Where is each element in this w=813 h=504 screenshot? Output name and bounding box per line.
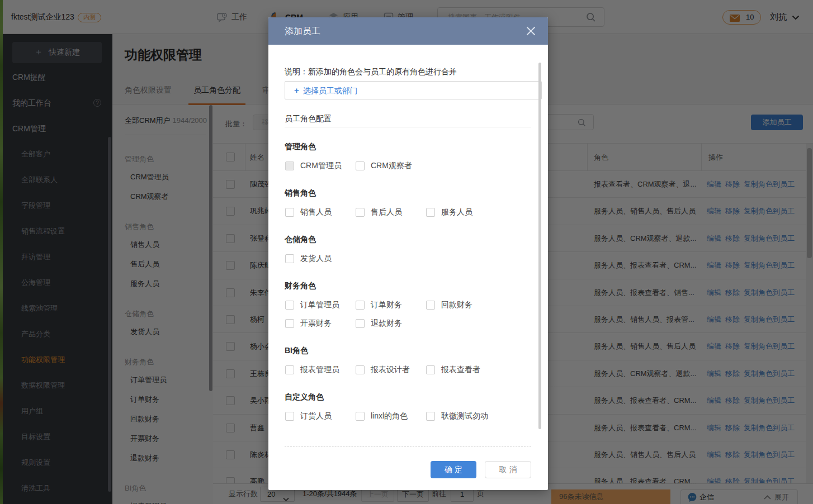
role-option[interactable]: 回款财务 <box>426 300 496 310</box>
role-option-label: 报表管理员 <box>300 365 339 375</box>
role-checkbox[interactable] <box>356 319 365 328</box>
modal-group-options: CRM管理员CRM观察者 <box>285 161 508 170</box>
role-option[interactable]: 服务人员 <box>426 207 496 217</box>
role-option-label: 销售人员 <box>300 207 332 217</box>
modal-group-options: 报表管理员报表设计者报表查看者 <box>285 365 508 374</box>
role-checkbox[interactable] <box>285 208 294 217</box>
role-option[interactable]: 开票财务 <box>285 318 355 328</box>
role-option-label: 发货人员 <box>300 254 332 264</box>
role-checkbox[interactable] <box>426 412 435 421</box>
role-option-label: linxl的角色 <box>371 411 408 421</box>
role-option-label: 售后人员 <box>371 207 402 217</box>
role-config-title: 员工角色配置 <box>285 113 531 127</box>
role-option[interactable]: 耿徽测试勿动 <box>426 411 496 421</box>
role-option-label: 报表查看者 <box>441 365 480 375</box>
modal-group-options: 订货人员linxl的角色耿徽测试勿动 <box>285 411 508 421</box>
role-option[interactable]: 报表管理员 <box>285 365 355 374</box>
role-checkbox[interactable] <box>285 365 294 374</box>
role-option[interactable]: 发货人员 <box>285 254 355 263</box>
role-checkbox[interactable] <box>356 365 365 374</box>
role-option-label: CRM观察者 <box>371 161 412 171</box>
cancel-button[interactable]: 取 消 <box>485 461 531 478</box>
role-option-label: 回款财务 <box>441 300 472 310</box>
modal-note: 说明：新添加的角色会与员工的原有角色进行合并 <box>285 66 531 77</box>
role-option-label: 报表设计者 <box>371 365 410 375</box>
plus-icon: + <box>294 85 299 95</box>
role-option-label: 订单财务 <box>371 300 402 310</box>
modal-group-options: 订单管理员订单财务回款财务开票财务退款财务 <box>285 300 508 328</box>
add-employee-modal: 添加员工 说明：新添加的角色会与员工的原有角色进行合并 +选择员工或部门 员工角… <box>268 17 548 490</box>
confirm-button[interactable]: 确 定 <box>431 461 476 478</box>
modal-group-name: 仓储角色 <box>285 235 531 244</box>
close-icon[interactable] <box>526 26 536 36</box>
role-checkbox[interactable] <box>426 208 435 217</box>
role-option[interactable]: 退款财务 <box>355 318 426 328</box>
select-employee-label: 选择员工或部门 <box>303 86 358 95</box>
role-option[interactable]: 销售人员 <box>285 207 355 217</box>
role-option[interactable]: 订单财务 <box>355 300 426 310</box>
role-checkbox[interactable] <box>285 254 294 263</box>
role-option-label: 退款财务 <box>371 318 402 329</box>
role-checkbox[interactable] <box>285 161 294 170</box>
role-option[interactable]: linxl的角色 <box>355 411 426 421</box>
modal-group-name: 销售角色 <box>285 188 531 198</box>
role-checkbox[interactable] <box>285 412 294 421</box>
role-option[interactable]: 报表设计者 <box>355 365 426 374</box>
role-option-label: 订单管理员 <box>300 300 339 310</box>
role-option[interactable]: 报表查看者 <box>426 365 496 374</box>
modal-group-options: 销售人员售后人员服务人员 <box>285 207 508 217</box>
modal-footer: 确 定 取 消 <box>285 446 531 490</box>
select-employee-button[interactable]: +选择员工或部门 <box>285 81 542 99</box>
role-checkbox[interactable] <box>285 301 294 310</box>
modal-body: 说明：新添加的角色会与员工的原有角色进行合并 +选择员工或部门 员工角色配置 管… <box>268 45 548 446</box>
role-checkbox[interactable] <box>285 319 294 328</box>
modal-group-options: 发货人员 <box>285 254 508 263</box>
role-checkbox[interactable] <box>356 208 365 217</box>
role-checkbox[interactable] <box>426 365 435 374</box>
role-option-label: 服务人员 <box>441 207 472 217</box>
modal-group-name: 管理角色 <box>285 142 531 151</box>
role-option-label: CRM管理员 <box>300 161 342 171</box>
role-checkbox[interactable] <box>356 301 365 310</box>
role-checkbox[interactable] <box>426 301 435 310</box>
role-option-label: 耿徽测试勿动 <box>441 411 488 421</box>
modal-scrollbar[interactable] <box>538 63 541 429</box>
modal-group-name: 财务角色 <box>285 281 531 291</box>
modal-group-name: BI角色 <box>285 346 531 355</box>
role-option[interactable]: 售后人员 <box>355 207 426 217</box>
role-option[interactable]: 订单管理员 <box>285 300 355 310</box>
role-option[interactable]: CRM观察者 <box>355 161 426 170</box>
role-checkbox[interactable] <box>356 161 365 170</box>
role-option-label: 开票财务 <box>300 318 332 329</box>
role-option[interactable]: 订货人员 <box>285 411 355 421</box>
role-option[interactable]: CRM管理员 <box>285 161 355 170</box>
modal-group-name: 自定义角色 <box>285 392 531 402</box>
modal-role-groups: 管理角色CRM管理员CRM观察者销售角色销售人员售后人员服务人员仓储角色发货人员… <box>285 142 531 421</box>
modal-header: 添加员工 <box>268 17 548 45</box>
modal-title: 添加员工 <box>285 17 320 45</box>
role-option-label: 订货人员 <box>300 411 332 421</box>
role-checkbox[interactable] <box>356 412 365 421</box>
